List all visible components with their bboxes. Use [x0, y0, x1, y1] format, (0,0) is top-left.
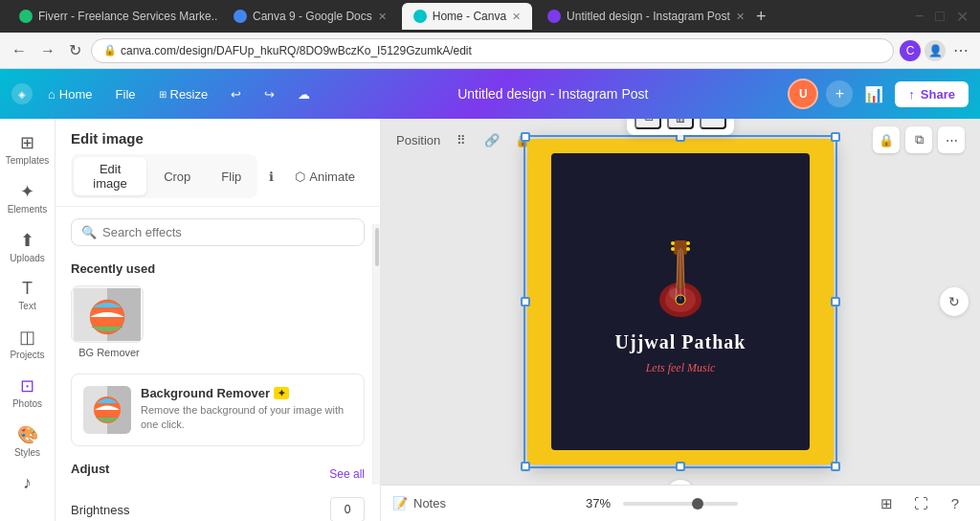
- address-text: canva.com/design/DAFUp_hkuRQ/8DO9wBczKo_…: [121, 44, 472, 57]
- templates-label: Templates: [6, 155, 50, 166]
- sidebar-item-uploads[interactable]: ⬆ Uploads: [3, 224, 53, 269]
- user-avatar[interactable]: U: [788, 79, 818, 109]
- edit-panel: Edit image Edit image Crop Flip ℹ: [56, 119, 381, 521]
- tab-crop[interactable]: Crop: [150, 157, 204, 195]
- add-collaborator-button[interactable]: +: [826, 80, 853, 107]
- new-tab-button[interactable]: +: [750, 7, 772, 27]
- reload-button[interactable]: ↻: [65, 37, 85, 63]
- styles-icon: 🎨: [17, 424, 38, 445]
- tab-close-home[interactable]: ✕: [512, 11, 521, 23]
- edit-panel-title: Edit image: [71, 130, 365, 147]
- tab-flip[interactable]: Flip: [208, 157, 255, 195]
- uploads-icon: ⬆: [20, 230, 34, 251]
- bottom-bar: 📝 Notes 37% ⊞ ⛶ ?: [381, 485, 980, 521]
- promo-description: Remove the background of your image with…: [141, 403, 352, 433]
- see-all-link[interactable]: See all: [329, 467, 365, 481]
- duplicate-button[interactable]: ⧉: [905, 126, 932, 153]
- tab-canva-home[interactable]: Home - Canva ✕: [402, 3, 532, 30]
- search-effects-input[interactable]: [102, 225, 354, 239]
- close-button[interactable]: ✕: [952, 4, 972, 30]
- resize-button[interactable]: ⊞ Resize: [151, 83, 216, 105]
- help-button[interactable]: ?: [942, 490, 969, 517]
- tab-label-design: Untitled design - Instagram Post: [567, 10, 730, 23]
- sidebar-item-elements[interactable]: ✦ Elements: [3, 175, 53, 220]
- panel-scrollbar[interactable]: [372, 224, 380, 485]
- edit-panel-header: Edit image Edit image Crop Flip ℹ: [56, 119, 380, 207]
- inner-design: Ujjwal Pathak Lets feel Music: [551, 153, 810, 450]
- sidebar-item-music[interactable]: ♪: [3, 467, 53, 499]
- copy-button[interactable]: ⧉: [635, 119, 661, 129]
- handle-top-left[interactable]: [521, 132, 530, 142]
- handle-bottom-middle[interactable]: [676, 462, 685, 471]
- tab-canva-docs[interactable]: Canva 9 - Google Docs ✕: [222, 3, 398, 30]
- sidebar-item-photos[interactable]: ⊡ Photos: [3, 370, 53, 415]
- rotate-handle[interactable]: ↻: [667, 480, 694, 485]
- tab-canva-design[interactable]: Untitled design - Instagram Post ✕: [536, 3, 746, 30]
- handle-middle-right[interactable]: [831, 297, 840, 306]
- handle-top-right[interactable]: [831, 132, 840, 142]
- delete-button[interactable]: 🗑: [667, 119, 694, 129]
- tab-close-design[interactable]: ✕: [736, 11, 745, 23]
- canvas-scroll-area[interactable]: ⧉ 🗑 ⋯: [381, 119, 980, 485]
- tab-close-docs[interactable]: ✕: [378, 11, 387, 23]
- tab-favicon-home: [413, 10, 427, 23]
- handle-bottom-right[interactable]: [831, 462, 840, 471]
- sidebar-item-templates[interactable]: ⊞ Templates: [3, 126, 53, 171]
- zoom-track[interactable]: [623, 502, 738, 506]
- bg-remover-effect[interactable]: BG Remover: [71, 285, 147, 358]
- browser-controls: ← → ↻ 🔒 canva.com/design/DAFUp_hkuRQ/8DO…: [0, 33, 980, 69]
- title-text: Untitled design - Instagram Post: [457, 86, 648, 102]
- refresh-design-button[interactable]: ↻: [940, 287, 969, 316]
- maximize-button[interactable]: □: [931, 4, 948, 29]
- animate-button[interactable]: ⬡ Animate: [285, 165, 365, 189]
- brightness-value[interactable]: 0: [330, 497, 365, 521]
- grid-view-button[interactable]: ⊞: [873, 490, 900, 517]
- minimize-button[interactable]: −: [911, 4, 927, 29]
- sidebar-item-projects[interactable]: ◫ Projects: [3, 321, 53, 366]
- sidebar-item-styles[interactable]: 🎨 Styles: [3, 419, 53, 464]
- photos-icon: ⊡: [20, 375, 34, 396]
- canvas-top-controls: 🔒 ⧉ ⋯: [873, 126, 965, 153]
- home-button[interactable]: ⌂ Home: [40, 83, 100, 105]
- effects-list: BG Remover: [71, 285, 365, 358]
- extensions-button[interactable]: ⋯: [949, 37, 972, 63]
- profile-icon[interactable]: 👤: [924, 40, 946, 61]
- tab-fiverr[interactable]: Fiverr - Freelance Services Marke... ✕: [8, 3, 218, 30]
- bg-remover-promo[interactable]: Background Remover ✦ Remove the backgrou…: [71, 374, 365, 446]
- zoom-thumb[interactable]: [692, 498, 703, 510]
- fullscreen-button[interactable]: ⛶: [907, 490, 934, 517]
- save-status-button[interactable]: ☁: [290, 83, 318, 105]
- handle-bottom-left[interactable]: [521, 462, 530, 471]
- file-button[interactable]: File: [108, 83, 144, 105]
- handle-middle-left[interactable]: [521, 297, 530, 306]
- tab-edit-image[interactable]: Edit image: [74, 157, 146, 195]
- svg-point-18: [671, 247, 675, 251]
- undo-button[interactable]: ↩: [223, 83, 249, 105]
- search-effects-box[interactable]: 🔍: [71, 218, 365, 246]
- forward-button[interactable]: →: [36, 38, 59, 63]
- more-button[interactable]: ⋯: [700, 119, 726, 129]
- back-button[interactable]: ←: [8, 38, 31, 63]
- analytics-icon[interactable]: 📊: [860, 81, 887, 107]
- more-options-button[interactable]: ⋯: [938, 126, 965, 153]
- svg-point-17: [671, 241, 675, 245]
- adjust-header: Adjust See all: [71, 462, 365, 486]
- info-button[interactable]: ℹ: [261, 165, 281, 189]
- sidebar-item-text[interactable]: T Text: [3, 273, 53, 317]
- redo-button[interactable]: ↪: [256, 83, 282, 105]
- floating-toolbar: ⧉ 🗑 ⋯: [627, 119, 734, 135]
- address-bar[interactable]: 🔒 canva.com/design/DAFUp_hkuRQ/8DO9wBczK…: [91, 38, 894, 63]
- edit-tabs: Edit image Crop Flip: [71, 154, 257, 198]
- music-icon: ♪: [23, 473, 32, 493]
- canva-logo: ◈: [11, 83, 33, 104]
- design-canvas[interactable]: ⧉ 🗑 ⋯: [527, 139, 834, 464]
- zoom-controls: 37%: [454, 496, 865, 510]
- share-button[interactable]: ↑ Share: [895, 81, 969, 107]
- notes-button[interactable]: 📝 Notes: [392, 496, 446, 510]
- canva-extension-icon[interactable]: C: [900, 40, 921, 61]
- brightness-label-row: Brightness 0: [71, 497, 365, 521]
- lock-button[interactable]: 🔒: [873, 126, 900, 153]
- brightness-label: Brightness: [71, 503, 129, 517]
- styles-label: Styles: [14, 447, 40, 458]
- search-icon: 🔍: [81, 225, 97, 239]
